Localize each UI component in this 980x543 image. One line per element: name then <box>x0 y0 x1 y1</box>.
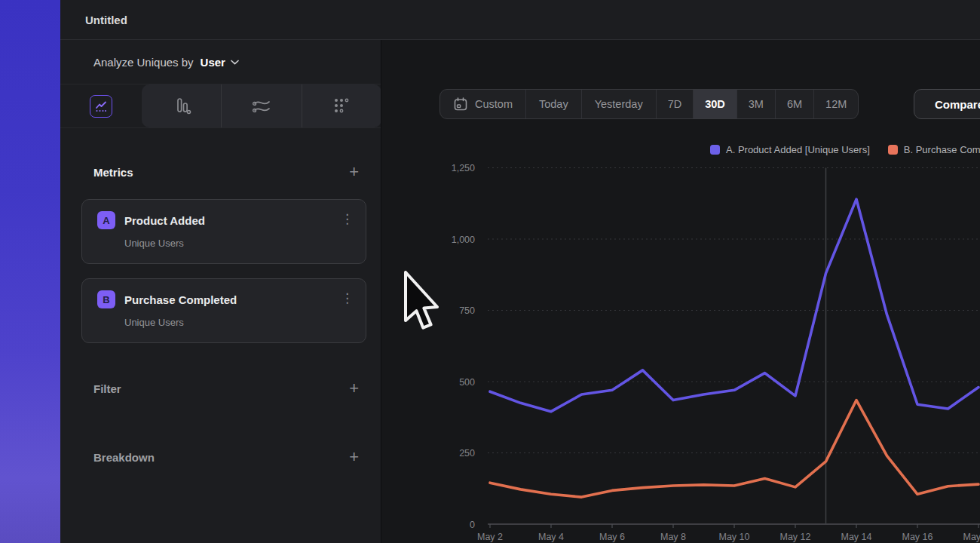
chevron-down-icon <box>231 60 239 65</box>
chart-plot[interactable]: 02505007501,0001,250May 2May 4May 6May 8… <box>381 40 980 543</box>
chart-type-tabs <box>60 84 381 128</box>
svg-text:250: 250 <box>459 448 475 459</box>
tab-flow[interactable] <box>221 84 301 127</box>
metric-badge-a: A <box>97 211 115 229</box>
svg-text:May 16: May 16 <box>902 532 933 542</box>
filter-section-header: Filter + <box>60 381 381 396</box>
add-filter-button[interactable]: + <box>349 381 359 396</box>
svg-text:May 18: May 18 <box>963 532 980 542</box>
metric-card-b[interactable]: B Purchase Completed Unique Users ⋮ <box>81 278 366 343</box>
analyze-by-value: User <box>201 56 225 69</box>
svg-text:May 8: May 8 <box>660 532 686 542</box>
report-title: Untitled <box>85 14 127 26</box>
metric-subtitle: Unique Users <box>124 238 352 249</box>
tab-bar-chart[interactable] <box>142 84 221 127</box>
svg-text:May 4: May 4 <box>538 532 564 542</box>
metric-card-a[interactable]: A Product Added Unique Users ⋮ <box>81 199 366 264</box>
svg-text:1,000: 1,000 <box>452 235 475 245</box>
query-sidebar: Analyze Uniques by User <box>60 40 381 543</box>
tab-retention-grid[interactable] <box>302 84 381 127</box>
metric-badge-b: B <box>97 290 115 308</box>
app-nav-gradient-strip <box>0 0 60 543</box>
svg-text:May 14: May 14 <box>841 532 872 542</box>
breakdown-title: Breakdown <box>93 451 155 464</box>
analyze-by-dropdown[interactable]: User <box>201 56 239 69</box>
metric-name: Purchase Completed <box>124 293 237 306</box>
metrics-section-header: Metrics + <box>60 164 381 179</box>
chart-panel: Custom Today Yesterday 7D 30D 3M 6M 12M … <box>381 40 980 543</box>
line-chart-icon <box>90 95 112 118</box>
svg-text:0: 0 <box>470 520 475 530</box>
retention-grid-icon <box>332 97 351 116</box>
metric-cards: A Product Added Unique Users ⋮ B Purchas… <box>60 199 381 343</box>
metric-name: Product Added <box>124 214 205 227</box>
filter-title: Filter <box>93 382 121 395</box>
add-breakdown-button[interactable]: + <box>349 449 359 465</box>
add-metric-button[interactable]: + <box>349 164 359 179</box>
svg-text:May 2: May 2 <box>477 532 503 542</box>
svg-text:500: 500 <box>459 377 475 388</box>
analyze-row: Analyze Uniques by User <box>60 40 381 84</box>
flow-icon <box>251 97 272 115</box>
svg-text:May 6: May 6 <box>599 532 625 542</box>
svg-text:May 12: May 12 <box>780 532 811 542</box>
analyze-label: Analyze Uniques by <box>93 56 194 69</box>
metrics-title: Metrics <box>93 166 133 179</box>
metric-menu-button[interactable]: ⋮ <box>341 213 354 225</box>
metric-menu-button[interactable]: ⋮ <box>341 293 354 305</box>
svg-text:1,250: 1,250 <box>452 163 475 173</box>
bar-chart-icon <box>172 97 191 116</box>
metric-subtitle: Unique Users <box>124 317 352 328</box>
svg-text:750: 750 <box>459 305 475 316</box>
breakdown-section-header: Breakdown + <box>60 449 381 465</box>
tab-line-chart[interactable] <box>60 84 142 127</box>
svg-text:May 10: May 10 <box>719 532 750 542</box>
chart-type-tab-group <box>142 84 381 127</box>
report-header: Untitled <box>60 0 980 40</box>
